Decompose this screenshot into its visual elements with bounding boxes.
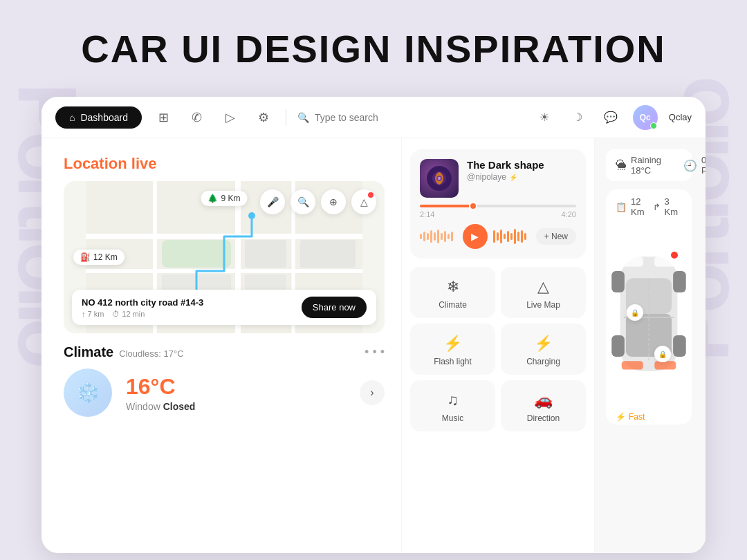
middle-panel: The Dark shape @nipolaye ⚡ 2:14 (401, 138, 595, 553)
live-map-icon: △ (537, 278, 549, 296)
play-button[interactable]: ▶ (463, 224, 488, 249)
address-text: NO 412 north city road #14-3 (82, 297, 203, 308)
map-address-bar: NO 412 north city road #14-3 ↑ 7 km ⏱ 12… (72, 290, 376, 325)
mic-button[interactable]: 🎤 (260, 189, 285, 214)
svg-rect-25 (622, 256, 643, 266)
alert-button[interactable]: △ (351, 189, 376, 214)
speed-section: ⚡ Fast (606, 412, 692, 424)
chat-icon[interactable]: 💬 (600, 106, 622, 129)
weather-time: 🕘 08:33 PM (683, 155, 706, 176)
moon-icon[interactable]: ☽ (566, 106, 589, 129)
svg-rect-8 (245, 240, 286, 268)
svg-rect-21 (611, 271, 625, 292)
svg-rect-22 (673, 271, 686, 292)
avatar[interactable]: Qc (633, 105, 658, 130)
climate-icon: ❄️ (64, 368, 112, 417)
alert-dot (671, 252, 678, 259)
climate-arrow-button[interactable]: › (360, 380, 385, 405)
content-area: Location live 🎤 🔍 ⊕ △ (42, 138, 706, 553)
phone-icon[interactable]: ✆ (186, 106, 208, 129)
charging-button[interactable]: ⚡ Charging (501, 324, 586, 375)
climate-header: Climate Cloudless: 17°C • • • (64, 344, 385, 360)
album-art-svg (425, 165, 453, 192)
time-total: 4:20 (562, 210, 576, 218)
search-area: 🔍 (297, 112, 491, 123)
bolt-icon: ⚡ (509, 174, 517, 181)
distance-badge-left: ⛽ 12 Km (73, 250, 124, 265)
top-nav: ⌂ Dashboard ⊞ ✆ ▷ ⚙ 🔍 ☀ ☽ 💬 Qc Qclay (42, 97, 706, 138)
flash-light-icon: ⚡ (443, 335, 462, 353)
climate-quick-label: Climate (439, 300, 467, 310)
svg-rect-27 (622, 361, 643, 369)
music-progress: 2:14 4:20 (420, 205, 576, 218)
map-search-button[interactable]: 🔍 (290, 189, 315, 214)
svg-point-17 (438, 177, 441, 180)
waveform-right (493, 227, 531, 246)
flash-light-button[interactable]: ⚡ Flash light (410, 324, 495, 375)
location-accent: live (131, 155, 157, 172)
search-input[interactable] (315, 112, 491, 123)
nav-map-header: 📋 12 Km ↱ 3 Km (606, 189, 692, 224)
live-map-button[interactable]: △ Live Map (501, 267, 586, 318)
lock-front-left: 🔒 (627, 304, 643, 321)
car-map-section: 📋 12 Km ↱ 3 Km (606, 189, 692, 424)
progress-bar-fill (420, 205, 474, 207)
climate-button[interactable]: ❄ Climate (410, 267, 495, 318)
printer-icon: 📋 (616, 202, 627, 212)
time-current: 2:14 (420, 210, 434, 218)
map-wrapper: 🎤 🔍 ⊕ △ (64, 181, 385, 333)
climate-section: Climate Cloudless: 17°C • • • ❄️ 16°C Wi… (64, 344, 385, 417)
lock-rear-right: 🔒 (654, 346, 671, 362)
new-button[interactable]: + New (536, 228, 576, 245)
live-map-label: Live Map (526, 300, 560, 310)
nav-turn-distance: 3 Km (665, 196, 683, 217)
climate-window: Window Closed (126, 401, 195, 412)
nav-divider (286, 109, 286, 126)
time-text: 08:33 PM (701, 155, 706, 176)
layers-button[interactable]: ⊕ (321, 189, 346, 214)
rain-icon: 🌦 (616, 159, 627, 171)
waveform-left (420, 227, 457, 246)
flash-light-label: Flash light (434, 357, 472, 366)
address-meta: ↑ 7 km ⏱ 12 min (82, 310, 203, 318)
weather-condition: 🌦 Raining 18°C (616, 155, 661, 176)
progress-thumb (469, 202, 477, 210)
sun-icon[interactable]: ☀ (533, 106, 555, 129)
nav-turn-badge: ↱ 3 Km (653, 196, 683, 217)
svg-rect-23 (611, 335, 625, 357)
home-icon: ⌂ (69, 112, 75, 123)
music-icon: ♫ (447, 391, 459, 409)
progress-bar-bg (420, 205, 576, 207)
nav-km-badge: 📋 12 Km (616, 196, 653, 217)
music-label: Music (442, 413, 463, 423)
right-panel: 🌦 Raining 18°C 🕘 08:33 PM 🔋 (595, 138, 706, 553)
grid-icon[interactable]: ⊞ (153, 106, 175, 129)
nav-right: ☀ ☽ 💬 Qc Qclay (533, 105, 692, 130)
direction-label: Direction (527, 413, 560, 423)
charging-icon: ⚡ (534, 335, 553, 353)
speed-fast-label: ⚡ Fast (616, 412, 682, 422)
music-card: The Dark shape @nipolaye ⚡ 2:14 (410, 149, 586, 259)
quick-controls-grid: ❄ Climate △ Live Map ⚡ Flash light ⚡ Cha… (410, 267, 586, 431)
map-controls: 🎤 🔍 ⊕ △ (260, 189, 376, 214)
turn-icon: ↱ (653, 202, 661, 212)
climate-subtitle: Cloudless: 17°C (119, 348, 183, 359)
climate-more-icon[interactable]: • • • (365, 345, 385, 360)
climate-temp: 16°C (126, 374, 195, 400)
music-button[interactable]: ♫ Music (410, 380, 495, 431)
play-icon[interactable]: ▷ (219, 106, 241, 129)
weather-text: Raining 18°C (631, 155, 661, 176)
svg-point-13 (248, 212, 255, 219)
direction-button[interactable]: 🚗 Direction (501, 380, 586, 431)
sliders-icon[interactable]: ⚙ (252, 106, 275, 129)
page-title: CAR UI DESIGN INSPIRATION (81, 26, 665, 71)
username: Qclay (669, 112, 692, 122)
main-card: ⌂ Dashboard ⊞ ✆ ▷ ⚙ 🔍 ☀ ☽ 💬 Qc Qclay Loc… (42, 97, 706, 553)
climate-content: ❄️ 16°C Window Closed › (64, 368, 385, 417)
svg-rect-28 (654, 361, 676, 369)
direction-icon: 🚗 (534, 391, 553, 409)
share-button[interactable]: Share now (302, 297, 367, 318)
clock-icon: 🕘 (683, 159, 697, 172)
dashboard-button[interactable]: ⌂ Dashboard (55, 106, 142, 129)
music-title: The Dark shape (467, 159, 576, 171)
